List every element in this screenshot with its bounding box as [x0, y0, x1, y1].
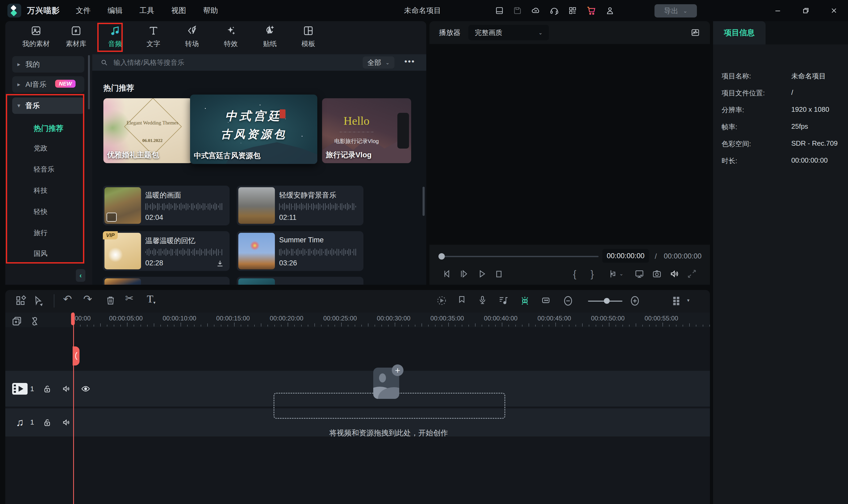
mark-out-button[interactable]: }: [591, 269, 594, 280]
tab-effects[interactable]: 特效: [212, 25, 249, 49]
cart-icon[interactable]: [586, 5, 596, 16]
display-device-button[interactable]: [634, 269, 645, 279]
track-manager-caret[interactable]: ▾: [687, 298, 690, 303]
previous-frame-button[interactable]: [442, 269, 453, 279]
sidebar-item-upbeat[interactable]: 轻快: [34, 207, 48, 216]
quality-dropdown[interactable]: 完整画质 ⌄: [468, 25, 549, 40]
playhead-handle[interactable]: [73, 346, 80, 365]
audio-track-number: 1: [30, 418, 34, 427]
lock-icon[interactable]: [42, 418, 52, 427]
asset-manager-icon[interactable]: [15, 295, 27, 306]
split-button[interactable]: [606, 269, 617, 279]
fullscreen-button[interactable]: [687, 269, 697, 279]
seek-handle[interactable]: [438, 253, 445, 259]
music-item[interactable]: [237, 277, 363, 285]
next-frame-button[interactable]: [459, 269, 470, 279]
undo-button[interactable]: ↶: [63, 294, 72, 304]
zoom-in-button[interactable]: [629, 295, 641, 307]
stop-button[interactable]: [494, 269, 504, 279]
eye-icon[interactable]: [81, 384, 91, 394]
cut-button[interactable]: ✂: [125, 293, 134, 303]
search-input[interactable]: [113, 58, 326, 67]
sidebar-group-music[interactable]: ▾ 音乐: [12, 97, 84, 114]
playhead-line[interactable]: [73, 312, 74, 504]
snap-toggle-icon[interactable]: [519, 295, 531, 306]
sidebar-item-hot[interactable]: 热门推荐: [34, 123, 63, 133]
split-dropdown-icon[interactable]: ⌄: [619, 271, 623, 277]
tab-my-media[interactable]: 我的素材: [17, 25, 55, 49]
marker-icon[interactable]: [456, 295, 467, 305]
download-icon[interactable]: [216, 259, 224, 268]
beat-detection-icon[interactable]: [498, 295, 509, 306]
filter-dropdown[interactable]: 全部 ⌄: [363, 56, 395, 69]
delete-button[interactable]: [105, 295, 116, 306]
close-button[interactable]: [820, 0, 848, 21]
hot-card-travel-vlog[interactable]: Hello — · — · — · — · — · — · — · — 电影旅行…: [322, 98, 411, 163]
menu-tools[interactable]: 工具: [139, 5, 154, 16]
sidebar-item-light-music[interactable]: 轻音乐: [34, 165, 54, 174]
menu-help[interactable]: 帮助: [203, 5, 218, 16]
music-item[interactable]: Summer Time 03:26: [237, 231, 363, 271]
sidebar-item-travel[interactable]: 旅行: [34, 228, 48, 237]
render-preview-icon[interactable]: [436, 295, 448, 306]
volume-button[interactable]: [669, 269, 680, 279]
tab-transitions[interactable]: 转场: [173, 25, 210, 49]
more-options-button[interactable]: •••: [404, 57, 415, 66]
sidebar-item-tech[interactable]: 科技: [34, 186, 48, 195]
menu-file[interactable]: 文件: [76, 5, 91, 16]
tab-audio[interactable]: 音频: [97, 25, 134, 49]
export-dropdown-icon[interactable]: ⌄: [683, 8, 688, 14]
lock-icon[interactable]: [42, 384, 52, 394]
hot-card-chinese-palace[interactable]: 中式宫廷 古风资源包 中式宫廷古风资源包: [190, 94, 317, 164]
restore-button[interactable]: [792, 0, 820, 21]
auto-ripple-icon[interactable]: [540, 295, 551, 306]
apps-grid-icon[interactable]: [568, 6, 577, 15]
mute-icon[interactable]: [62, 418, 71, 427]
add-clip-icon[interactable]: [11, 316, 22, 327]
music-item[interactable]: VIP 温馨温暖的回忆 02:28: [103, 231, 229, 271]
playhead-top-marker[interactable]: [71, 312, 75, 325]
sidebar-collapse-button[interactable]: ‹: [76, 269, 85, 282]
hot-card-wedding[interactable]: Elegant Wedding Themes 06.01.2022 优雅婚礼主题…: [103, 98, 192, 163]
snapshot-camera-button[interactable]: [652, 269, 662, 279]
mark-in-button[interactable]: {: [573, 269, 576, 280]
panel-layout-icon[interactable]: [495, 6, 504, 15]
user-icon[interactable]: [605, 6, 615, 15]
tab-templates[interactable]: 模板: [290, 25, 327, 49]
unlink-icon[interactable]: [29, 316, 40, 327]
seek-bar[interactable]: [440, 256, 599, 257]
music-item[interactable]: [103, 277, 229, 285]
tab-project-info[interactable]: 项目信息: [713, 21, 765, 44]
support-headset-icon[interactable]: [550, 6, 559, 15]
text-tool-button[interactable]: T▾: [147, 293, 155, 305]
record-voiceover-icon[interactable]: [477, 295, 488, 305]
music-item[interactable]: 轻缓安静背景音乐 02:11: [237, 186, 363, 226]
sidebar-item-guofeng[interactable]: 国风: [34, 249, 48, 258]
cloud-sync-icon[interactable]: [531, 6, 540, 15]
timeline-zoom-handle[interactable]: [604, 298, 610, 304]
current-timecode[interactable]: 00:00:00:00: [602, 249, 649, 263]
scopes-icon[interactable]: [690, 28, 700, 38]
timeline-ruler[interactable]: 00:00 00:00:05:00 00:00:10:00 00:00:15:0…: [5, 312, 710, 327]
menu-edit[interactable]: 编辑: [108, 5, 122, 16]
add-media-plus-icon[interactable]: +: [392, 364, 403, 376]
tab-stock-library[interactable]: 素材库: [57, 25, 94, 49]
mute-icon[interactable]: [62, 384, 71, 394]
tab-text[interactable]: 文字: [135, 25, 172, 49]
sidebar-group-ai-music[interactable]: ▸ AI音乐 NEW: [12, 76, 84, 93]
track-manager-icon[interactable]: [671, 295, 683, 307]
save-icon[interactable]: [513, 6, 522, 15]
content-scrollbar[interactable]: [422, 187, 425, 216]
menu-view[interactable]: 视图: [171, 5, 186, 16]
select-tool-button[interactable]: [32, 295, 44, 306]
sidebar-scrollbar[interactable]: [88, 55, 90, 109]
export-button[interactable]: 导出 ⌄: [655, 4, 697, 17]
play-button[interactable]: [477, 269, 487, 279]
zoom-out-button[interactable]: [562, 295, 574, 307]
tab-stickers[interactable]: 贴纸: [251, 25, 289, 49]
music-item[interactable]: 温暖的画面 02:04: [103, 186, 229, 226]
sidebar-item-dangzheng[interactable]: 党政: [34, 144, 48, 153]
sidebar-group-my[interactable]: ▸ 我的: [12, 56, 84, 73]
redo-button[interactable]: ↷: [83, 294, 92, 304]
minimize-button[interactable]: [764, 0, 792, 21]
